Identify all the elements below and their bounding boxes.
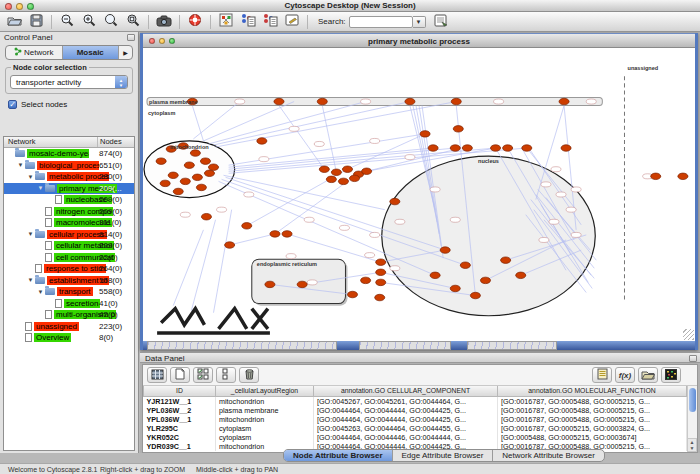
table-column-header[interactable]: annotation.GO CELLULAR_COMPONENT (314, 386, 498, 396)
network-node[interactable] (362, 168, 372, 174)
network-node[interactable] (317, 98, 327, 104)
network-node[interactable] (405, 98, 415, 104)
network-node[interactable] (522, 145, 532, 151)
tab-edge-attribute-browser[interactable]: Edge Attribute Browser (393, 450, 494, 461)
network-node[interactable] (173, 188, 183, 194)
network-node[interactable] (270, 231, 280, 237)
tree-row[interactable]: cell communicat22(0) (4, 252, 134, 264)
tree-row[interactable]: secretion41(0) (4, 298, 134, 310)
select-attributes-button[interactable] (193, 367, 213, 383)
table-row[interactable]: YJR121W__1mitochondrion[GO:0045267, GO:0… (144, 396, 687, 406)
network-node[interactable] (559, 98, 569, 104)
open-file-button[interactable] (3, 13, 25, 31)
help-button[interactable] (184, 13, 206, 31)
tree-row[interactable]: multi-organism pro42(0) (4, 309, 134, 321)
function-builder-button[interactable]: f(x) (615, 367, 635, 383)
tree-row[interactable]: ▼establishment of lo558(0) (4, 275, 134, 287)
tab-mosaic[interactable]: Mosaic (63, 46, 120, 59)
tree-row[interactable]: cellular metabol209(0) (4, 240, 134, 252)
network-node[interactable] (678, 173, 688, 179)
expand-arrow-icon[interactable]: ▼ (16, 162, 25, 168)
table-column-header[interactable]: annotation.GO MOLECULAR_FUNCTION (498, 386, 687, 396)
zoom-selected-button[interactable] (100, 13, 122, 31)
network-node[interactable] (265, 281, 275, 287)
scrollbar-arrows[interactable]: ▲▼ (687, 438, 697, 452)
network-node[interactable] (242, 223, 252, 229)
scrollbar-thumb[interactable] (689, 388, 696, 412)
node-color-dropdown[interactable]: transporter activity ▲▼ (10, 75, 128, 89)
network-node[interactable] (204, 170, 214, 176)
network-node[interactable] (480, 277, 490, 283)
select-nodes-checkbox[interactable]: ✓ (8, 100, 17, 109)
tree-row[interactable]: mosaic-demo-yeast874(0) (4, 148, 134, 160)
matrix-view-button[interactable] (661, 367, 681, 383)
resize-grip[interactable] (683, 329, 694, 340)
network-node[interactable] (200, 158, 210, 164)
network-node[interactable] (561, 145, 571, 151)
network-node[interactable] (460, 262, 470, 268)
nucleus-compartment[interactable] (382, 156, 596, 316)
new-attribute-button[interactable] (170, 367, 190, 383)
expand-arrow-icon[interactable]: ▼ (26, 174, 35, 180)
expand-arrow-icon[interactable]: ▼ (26, 277, 35, 283)
network-node[interactable] (282, 231, 292, 237)
network-node[interactable] (430, 272, 440, 278)
tab-overflow-arrow[interactable]: ▶ (119, 46, 132, 59)
network-node[interactable] (376, 259, 386, 265)
network-node[interactable] (501, 257, 511, 263)
table-scrollbar[interactable]: ▲▼ (687, 386, 697, 452)
network-node[interactable] (428, 145, 438, 151)
tree-row[interactable]: Overview8(0) (4, 332, 134, 344)
network-node[interactable] (319, 166, 329, 172)
table-column-header[interactable]: _cellularLayoutRegion (216, 386, 314, 396)
network-node[interactable] (347, 291, 357, 297)
table-column-header[interactable]: ID (144, 386, 216, 396)
delete-attribute-button[interactable] (239, 367, 259, 383)
table-row[interactable]: YKR052Ccytoplasm[GO:0044464, GO:0044446,… (144, 433, 687, 442)
network-node[interactable] (651, 173, 661, 179)
network-node[interactable] (208, 164, 218, 170)
network-node[interactable] (168, 172, 178, 178)
table-row[interactable]: YPL036W__2plasma membrane[GO:0044464, GO… (144, 406, 687, 415)
network-window-titlebar[interactable]: primary metabolic process (143, 33, 695, 48)
data-panel-float-icon[interactable] (689, 355, 697, 362)
network-node[interactable] (503, 145, 513, 151)
network-node[interactable] (390, 198, 400, 204)
zoom-fit-button[interactable] (122, 13, 144, 31)
search-dropdown-arrow[interactable]: ▼ (413, 16, 426, 28)
network-canvas[interactable]: plasma membranecytoplasmmitochondrionnuc… (143, 48, 695, 341)
unselect-attributes-button[interactable] (216, 367, 236, 383)
tree-row[interactable]: response to stimulu264(0) (4, 263, 134, 275)
search-input[interactable] (349, 16, 413, 28)
attribute-select-button[interactable] (147, 367, 167, 383)
network-node[interactable] (440, 247, 450, 253)
layout-red-button[interactable] (237, 13, 259, 31)
tree-row[interactable]: nucleobase-209(0) (4, 194, 134, 206)
network-node[interactable] (192, 174, 202, 180)
network-node[interactable] (274, 98, 284, 104)
zoom-in-button[interactable] (78, 13, 100, 31)
tree-row[interactable]: nitrogen compo209(0) (4, 206, 134, 218)
tree-row[interactable]: ▼metabolic process280(0) (4, 171, 134, 183)
tree-row[interactable]: ▼primary metabo209(... (4, 183, 134, 195)
network-node[interactable] (190, 150, 200, 156)
network-node[interactable] (196, 184, 206, 190)
network-node[interactable] (225, 242, 235, 248)
snapshot-button[interactable] (153, 13, 175, 31)
network-node[interactable] (342, 166, 352, 172)
tree-row[interactable]: ▼cellular process614(0) (4, 229, 134, 241)
network-node[interactable] (451, 98, 461, 104)
network-node[interactable] (156, 158, 166, 164)
network-node[interactable] (491, 145, 501, 151)
tree-row[interactable]: ▼transport558(0) (4, 286, 134, 298)
save-button[interactable] (25, 13, 47, 31)
tree-row[interactable]: ▼biological_process651(0) (4, 160, 134, 172)
table-row[interactable]: YPL036W__1mitochondrion[GO:0044464, GO:0… (144, 415, 687, 424)
network-node[interactable] (297, 281, 307, 287)
tab-network-attribute-browser[interactable]: Network Attribute Browser (493, 450, 603, 461)
network-node[interactable] (326, 176, 336, 182)
network-node[interactable] (376, 279, 386, 285)
attribute-editor-button[interactable] (592, 367, 612, 383)
expand-arrow-icon[interactable]: ▼ (36, 185, 45, 191)
network-node[interactable] (375, 294, 385, 300)
